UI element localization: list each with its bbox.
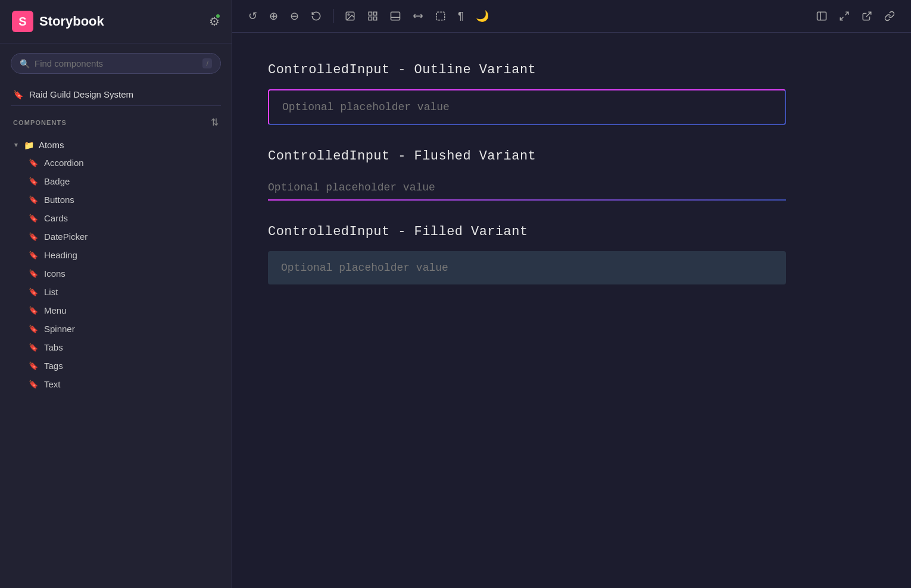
svg-rect-8 [436,12,445,20]
atoms-group: ▼ 📁 Atoms 🔖 Accordion 🔖 Badge 🔖 Buttons [11,136,221,393]
filled-input[interactable] [268,251,786,284]
sidebar-item-badge[interactable]: 🔖 Badge [23,172,221,190]
sidebar-item-accordion[interactable]: 🔖 Accordion [23,154,221,172]
outline-button[interactable] [431,8,450,24]
sidebar-item-label: Text [44,379,61,389]
toolbar-divider-1 [333,9,333,23]
nav-section: 🔖 Raid Guild Design System COMPONENTS ⇅ … [0,83,232,588]
bookmark-icon: 🔖 [29,232,38,241]
atoms-group-header[interactable]: ▼ 📁 Atoms [11,136,221,154]
bookmark-icon: 🔖 [29,324,38,333]
svg-rect-2 [369,12,372,15]
panel-button[interactable] [386,8,405,24]
sidebar-header: S Storybook ⚙ [0,0,232,43]
sidebar-item-label: Cards [44,213,68,223]
content-area: ControlledInput - Outline Variant Contro… [232,33,911,588]
sidebar-item-heading[interactable]: 🔖 Heading [23,246,221,264]
bookmark-icon: 🔖 [29,158,38,167]
bookmark-icon: 🔖 [29,251,38,259]
bookmark-icon: 🔖 [29,287,38,296]
components-section-title: COMPONENTS [13,119,67,126]
bookmark-icon: 🔖 [13,90,23,99]
sidebar-item-label: List [44,287,58,297]
settings-button[interactable]: ⚙ [209,14,220,29]
svg-line-12 [840,17,843,20]
logo-area: S Storybook [12,11,104,32]
filled-variant-title: ControlledInput - Filled Variant [268,224,875,239]
svg-rect-4 [374,17,377,20]
sidebar-item-cards[interactable]: 🔖 Cards [23,209,221,227]
search-box: 🔍 / [11,53,221,74]
bookmark-icon: 🔖 [29,195,38,204]
sidebar-item-text[interactable]: 🔖 Text [23,375,221,393]
fullscreen-button[interactable] [835,8,854,24]
folder-icon: 📁 [24,140,34,150]
grid-button[interactable] [363,8,382,24]
flushed-variant-title: ControlledInput - Flushed Variant [268,149,875,164]
sidebar-item-label: Tabs [44,342,63,352]
svg-rect-6 [391,12,400,20]
status-dot [215,13,221,19]
sidebar-item-label: Menu [44,305,67,315]
sort-icon[interactable]: ⇅ [211,117,219,128]
svg-rect-3 [374,12,377,15]
flushed-variant-section: ControlledInput - Flushed Variant [268,149,875,201]
sidebar-item-spinner[interactable]: 🔖 Spinner [23,320,221,338]
background-button[interactable] [341,8,360,24]
chevron-down-icon: ▼ [13,142,19,148]
bookmark-icon: 🔖 [29,343,38,352]
components-section-header: COMPONENTS ⇅ [11,112,221,133]
link-button[interactable] [880,8,899,24]
dark-mode-button[interactable]: 🌙 [472,7,493,26]
bookmark-icon: 🔖 [29,361,38,370]
sidebar-item-menu[interactable]: 🔖 Menu [23,301,221,320]
zoom-out-button[interactable]: ⊖ [286,7,303,26]
bookmark-icon: 🔖 [29,306,38,315]
rtl-button[interactable]: ¶ [454,7,468,26]
atoms-group-label: Atoms [39,140,64,150]
design-system-link[interactable]: 🔖 Raid Guild Design System [11,83,221,106]
sidebar-item-list[interactable]: 🔖 List [23,283,221,301]
search-area: 🔍 / [0,43,232,83]
bookmark-icon: 🔖 [29,177,38,186]
bookmark-icon: 🔖 [29,380,38,389]
sidebar-item-label: Badge [44,176,70,186]
sidebar-item-icons[interactable]: 🔖 Icons [23,264,221,283]
sidebar-item-label: DatePicker [44,232,88,242]
outline-input[interactable] [268,89,786,125]
sidebar-item-tags[interactable]: 🔖 Tags [23,356,221,375]
sidebar-item-buttons[interactable]: 🔖 Buttons [23,190,221,209]
toolbar: ↺ ⊕ ⊖ [232,0,911,33]
open-new-button[interactable] [857,8,876,24]
sidebar-item-label: Buttons [44,195,74,205]
filled-variant-section: ControlledInput - Filled Variant [268,224,875,284]
design-system-label: Raid Guild Design System [29,89,133,99]
outline-variant-section: ControlledInput - Outline Variant [268,62,875,125]
zoom-in-button[interactable]: ⊕ [265,7,282,26]
sidebar-item-datepicker[interactable]: 🔖 DatePicker [23,227,221,246]
atoms-nav-items: 🔖 Accordion 🔖 Badge 🔖 Buttons 🔖 Cards 🔖 [11,154,221,393]
reload-button[interactable]: ↺ [244,7,261,26]
search-input[interactable] [35,58,198,68]
ruler-button[interactable] [408,8,428,24]
svg-rect-9 [818,12,826,20]
main-panel: ↺ ⊕ ⊖ [232,0,911,588]
search-shortcut: / [202,58,212,68]
sidebar: S Storybook ⚙ 🔍 / 🔖 Raid Guild Design Sy… [0,0,232,588]
reset-zoom-button[interactable] [307,8,326,24]
svg-line-13 [866,12,871,17]
svg-point-1 [348,14,349,15]
sidebar-item-label: Tags [44,361,63,371]
bookmark-icon: 🔖 [29,269,38,278]
storybook-logo-icon: S [12,11,33,32]
flushed-input[interactable] [268,176,786,201]
svg-line-11 [846,12,848,15]
sidebar-item-label: Spinner [44,324,75,334]
sidebar-item-label: Heading [44,250,77,260]
outline-variant-title: ControlledInput - Outline Variant [268,62,875,77]
sidebar-item-tabs[interactable]: 🔖 Tabs [23,338,221,356]
bookmark-icon: 🔖 [29,214,38,223]
sidebar-item-label: Accordion [44,158,84,168]
svg-rect-5 [369,17,372,20]
sidebar-toggle-button[interactable] [812,8,831,24]
